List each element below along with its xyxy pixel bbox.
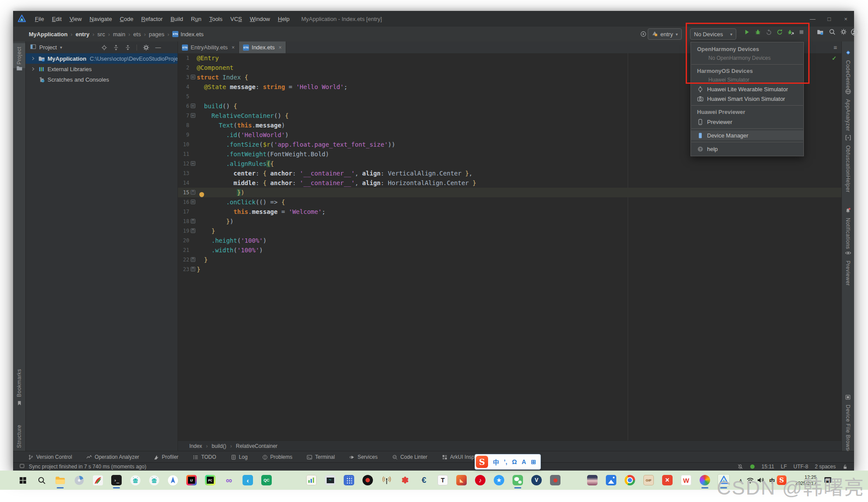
- project-panel-title[interactable]: Project: [39, 44, 57, 51]
- search-everywhere-button[interactable]: [827, 27, 837, 37]
- taskbar-recorder-app[interactable]: [362, 474, 374, 486]
- taskbar-start-button[interactable]: [17, 474, 29, 486]
- locate-icon[interactable]: [640, 27, 647, 41]
- tool-profiler[interactable]: Profiler: [154, 454, 178, 460]
- fold-end-icon[interactable]: ^: [191, 228, 195, 233]
- ime-toolbar[interactable]: S中’,ΩA⊞: [475, 454, 541, 470]
- tool-stripe-appanalyzer[interactable]: AppAnalyzer: [842, 88, 854, 131]
- menu-build[interactable]: Build: [167, 16, 187, 22]
- ime-glyph-4[interactable]: ⊞: [531, 458, 536, 465]
- tool-log[interactable]: Log: [231, 454, 248, 460]
- tree-item-myapplication[interactable]: MyApplicationC:\Users\octop\DevEcoStudio…: [26, 53, 178, 64]
- line-number[interactable]: 21: [178, 245, 189, 255]
- taskbar-netease-music[interactable]: ♪: [474, 474, 486, 486]
- tool-stripe-device-file-browser[interactable]: Device File Browser: [842, 394, 854, 455]
- taskbar-star-app[interactable]: ★: [493, 474, 505, 486]
- line-number[interactable]: 22: [178, 255, 189, 265]
- line-number[interactable]: 18: [178, 217, 189, 226]
- ime-glyph-1[interactable]: ’,: [504, 458, 507, 465]
- taskbar-capture-app[interactable]: [92, 474, 104, 486]
- debug-button[interactable]: [752, 27, 763, 37]
- fold-collapse-icon[interactable]: −: [191, 199, 195, 204]
- taskbar-gif-app[interactable]: GIF: [642, 474, 655, 486]
- editor-breadcrumb-item[interactable]: build(): [212, 443, 226, 449]
- tab-entryability.ets[interactable]: ETSEntryAbility.ets×: [178, 41, 239, 53]
- hide-panel-button[interactable]: —: [155, 44, 161, 51]
- line-number[interactable]: 7: [178, 111, 189, 120]
- tool-stripe-obfuscationhelper[interactable]: ObfuscationHelper: [842, 134, 854, 193]
- breadcrumb-item[interactable]: pages: [149, 31, 164, 38]
- fold-collapse-icon[interactable]: −: [191, 113, 195, 118]
- menu-code[interactable]: Code: [116, 16, 137, 22]
- project-structure-button[interactable]: [815, 27, 825, 37]
- line-number[interactable]: 9: [178, 130, 189, 140]
- taskbar-chrome[interactable]: [624, 474, 636, 486]
- taskbar-wps-office[interactable]: W: [680, 474, 692, 486]
- menu-item-help[interactable]: ?help: [691, 144, 803, 154]
- line-number[interactable]: 15: [178, 188, 189, 197]
- taskbar-matlab[interactable]: ◣: [455, 474, 468, 486]
- line-number[interactable]: 19: [178, 226, 189, 236]
- breadcrumb-item[interactable]: ets: [133, 31, 141, 38]
- menu-navigate[interactable]: Navigate: [85, 16, 116, 22]
- line-number[interactable]: 13: [178, 168, 189, 178]
- taskbar-color-app[interactable]: [699, 474, 711, 486]
- tool-services[interactable]: Services: [349, 454, 378, 460]
- menu-run[interactable]: Run: [187, 16, 205, 22]
- fold-end-icon[interactable]: ^: [191, 190, 195, 195]
- tool-code-linter[interactable]: Code Linter: [392, 454, 427, 460]
- line-number[interactable]: 14: [178, 178, 189, 188]
- taskbar-anime-app[interactable]: [586, 474, 598, 486]
- fold-end-icon[interactable]: ^: [191, 257, 195, 262]
- tool-stripe-bookmarks[interactable]: Bookmarks: [13, 369, 25, 407]
- tool-stripe-notifications[interactable]: Notifications: [842, 207, 854, 249]
- code-line[interactable]: 20 .height('100%'): [178, 236, 841, 245]
- taskbar-command-prompt[interactable]: ›_: [110, 474, 123, 486]
- ime-glyph-0[interactable]: 中: [493, 457, 499, 466]
- breadcrumb-item[interactable]: main: [113, 31, 125, 38]
- code-line[interactable]: 22^ }: [178, 255, 841, 265]
- menu-item-huawei-smart-vision-simulator[interactable]: Huawei Smart Vision Simulator: [691, 94, 803, 103]
- taskbar-intellij-idea[interactable]: IJ: [185, 474, 198, 486]
- code-line[interactable]: 12− .alignRules({: [178, 159, 841, 168]
- tab-index.ets[interactable]: ETSIndex.ets×: [239, 41, 286, 53]
- code-line[interactable]: 18^ }): [178, 217, 841, 226]
- line-number[interactable]: 12: [178, 159, 189, 168]
- device-selector[interactable]: No Devices ▾: [690, 28, 736, 40]
- line-number[interactable]: 6: [178, 101, 189, 111]
- tool-todo[interactable]: TODO: [193, 454, 216, 460]
- taskbar-qc-app[interactable]: QC: [260, 474, 273, 486]
- code-line[interactable]: 16− .onClick(() => {: [178, 197, 841, 207]
- attach-debugger-button[interactable]: [763, 27, 774, 37]
- fold-collapse-icon[interactable]: −: [191, 103, 195, 108]
- tool-operation-analyzer[interactable]: Operation Analyzer: [86, 454, 139, 460]
- tool-problems[interactable]: Problems: [262, 454, 293, 460]
- taskbar-voov-meeting[interactable]: V: [530, 474, 543, 486]
- taskbar-vscode[interactable]: ‹: [242, 474, 254, 486]
- taskbar-system-monitor[interactable]: ~: [324, 474, 336, 486]
- taskbar-report-app[interactable]: [305, 474, 318, 486]
- taskbar-ev-capture[interactable]: [549, 474, 561, 486]
- close-button[interactable]: ×: [837, 11, 854, 27]
- editor-breadcrumb-item[interactable]: Index: [189, 443, 202, 449]
- line-number[interactable]: 23: [178, 265, 189, 274]
- taskbar-pycharm[interactable]: PC: [204, 474, 216, 486]
- intention-bulb-icon[interactable]: [199, 192, 204, 197]
- editor-breadcrumb-item[interactable]: RelativeContainer: [236, 443, 277, 449]
- tree-item-external-libraries[interactable]: External Libraries: [26, 64, 178, 74]
- rerun-button[interactable]: [774, 27, 785, 37]
- code-line[interactable]: 15^ }): [178, 188, 841, 197]
- menu-item-previewer[interactable]: Previewer: [691, 117, 803, 127]
- code-line[interactable]: 14 middle: { anchor: '__container__', al…: [178, 178, 841, 188]
- chevron-down-icon[interactable]: ▾: [60, 45, 62, 50]
- code-line[interactable]: 19^ }: [178, 226, 841, 236]
- breadcrumb-item[interactable]: entry: [75, 31, 89, 38]
- close-icon[interactable]: ×: [279, 45, 282, 51]
- fold-collapse-icon[interactable]: −: [191, 75, 195, 79]
- tool-terminal[interactable]: Terminal: [307, 454, 335, 460]
- taskbar-designer-app[interactable]: [167, 474, 179, 486]
- indent-indicator[interactable]: 2 spaces: [815, 464, 836, 470]
- ime-glyph-3[interactable]: A: [522, 458, 526, 465]
- line-number[interactable]: 5: [178, 92, 189, 101]
- taskbar-calculator[interactable]: [343, 474, 355, 486]
